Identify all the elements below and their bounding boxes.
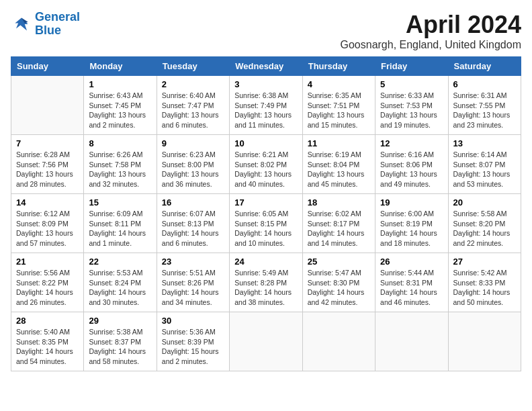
day-info: Sunrise: 6:21 AM Sunset: 8:02 PM Dayligh… [234, 150, 297, 189]
calendar-cell: 6Sunrise: 6:31 AM Sunset: 7:55 PM Daylig… [448, 76, 521, 135]
calendar-cell: 5Sunrise: 6:33 AM Sunset: 7:53 PM Daylig… [375, 76, 448, 135]
calendar-cell: 12Sunrise: 6:16 AM Sunset: 8:06 PM Dayli… [375, 135, 448, 194]
day-info: Sunrise: 6:40 AM Sunset: 7:47 PM Dayligh… [162, 91, 224, 130]
day-info: Sunrise: 6:02 AM Sunset: 8:17 PM Dayligh… [308, 209, 370, 248]
day-number: 15 [89, 197, 151, 208]
day-number: 28 [16, 316, 79, 326]
calendar-cell: 8Sunrise: 6:26 AM Sunset: 7:58 PM Daylig… [84, 135, 157, 194]
day-number: 21 [16, 257, 79, 267]
calendar-cell: 16Sunrise: 6:07 AM Sunset: 8:13 PM Dayli… [157, 194, 229, 253]
day-info: Sunrise: 5:44 AM Sunset: 8:31 PM Dayligh… [380, 268, 443, 308]
day-info: Sunrise: 6:05 AM Sunset: 8:15 PM Dayligh… [234, 209, 297, 248]
calendar-cell: 23Sunrise: 5:51 AM Sunset: 8:26 PM Dayli… [157, 253, 229, 312]
day-info: Sunrise: 6:35 AM Sunset: 7:51 PM Dayligh… [308, 91, 370, 130]
calendar-cell: 14Sunrise: 6:12 AM Sunset: 8:09 PM Dayli… [11, 194, 84, 253]
day-info: Sunrise: 6:07 AM Sunset: 8:13 PM Dayligh… [162, 209, 224, 248]
calendar-cell: 24Sunrise: 5:49 AM Sunset: 8:28 PM Dayli… [230, 253, 302, 312]
day-number: 14 [16, 197, 79, 208]
day-info: Sunrise: 5:56 AM Sunset: 8:22 PM Dayligh… [16, 268, 79, 308]
calendar-cell: 9Sunrise: 6:23 AM Sunset: 8:00 PM Daylig… [157, 135, 229, 194]
logo-text: General Blue [35, 11, 80, 38]
day-number: 25 [308, 257, 370, 267]
weekday-header-wednesday: Wednesday [230, 57, 302, 76]
page-header: General Blue April 2024 Goosnargh, Engla… [11, 11, 521, 51]
calendar-table: SundayMondayTuesdayWednesdayThursdayFrid… [11, 56, 521, 371]
day-info: Sunrise: 5:51 AM Sunset: 8:26 PM Dayligh… [162, 268, 224, 308]
day-number: 3 [234, 79, 297, 89]
weekday-header-monday: Monday [84, 57, 157, 76]
weekday-header-sunday: Sunday [11, 57, 84, 76]
day-info: Sunrise: 6:33 AM Sunset: 7:53 PM Dayligh… [380, 91, 443, 130]
calendar-cell: 22Sunrise: 5:53 AM Sunset: 8:24 PM Dayli… [84, 253, 157, 312]
day-number: 6 [453, 79, 516, 89]
calendar-cell: 18Sunrise: 6:02 AM Sunset: 8:17 PM Dayli… [302, 194, 375, 253]
calendar-week-4: 21Sunrise: 5:56 AM Sunset: 8:22 PM Dayli… [11, 253, 521, 312]
month-title: April 2024 [340, 11, 521, 39]
calendar-cell [11, 76, 84, 135]
calendar-cell: 10Sunrise: 6:21 AM Sunset: 8:02 PM Dayli… [230, 135, 302, 194]
calendar-cell: 21Sunrise: 5:56 AM Sunset: 8:22 PM Dayli… [11, 253, 84, 312]
svg-marker-0 [15, 17, 28, 30]
day-info: Sunrise: 6:14 AM Sunset: 8:07 PM Dayligh… [453, 150, 516, 189]
calendar-cell: 1Sunrise: 6:43 AM Sunset: 7:45 PM Daylig… [84, 76, 157, 135]
day-info: Sunrise: 6:38 AM Sunset: 7:49 PM Dayligh… [234, 91, 297, 130]
day-info: Sunrise: 5:36 AM Sunset: 8:39 PM Dayligh… [162, 327, 224, 367]
calendar-week-3: 14Sunrise: 6:12 AM Sunset: 8:09 PM Dayli… [11, 194, 521, 253]
day-number: 17 [234, 197, 297, 208]
day-info: Sunrise: 6:23 AM Sunset: 8:00 PM Dayligh… [162, 150, 224, 189]
day-info: Sunrise: 6:12 AM Sunset: 8:09 PM Dayligh… [16, 209, 79, 248]
calendar-cell [375, 312, 448, 371]
calendar-cell [230, 312, 302, 371]
day-info: Sunrise: 5:38 AM Sunset: 8:37 PM Dayligh… [89, 327, 151, 367]
calendar-cell: 2Sunrise: 6:40 AM Sunset: 7:47 PM Daylig… [157, 76, 229, 135]
day-info: Sunrise: 6:43 AM Sunset: 7:45 PM Dayligh… [89, 91, 151, 130]
day-number: 24 [234, 257, 297, 267]
day-info: Sunrise: 5:42 AM Sunset: 8:33 PM Dayligh… [453, 268, 516, 308]
calendar-week-5: 28Sunrise: 5:40 AM Sunset: 8:35 PM Dayli… [11, 312, 521, 371]
day-info: Sunrise: 6:31 AM Sunset: 7:55 PM Dayligh… [453, 91, 516, 130]
weekday-header-saturday: Saturday [448, 57, 521, 76]
logo: General Blue [11, 11, 80, 38]
day-info: Sunrise: 5:47 AM Sunset: 8:30 PM Dayligh… [308, 268, 370, 308]
day-number: 4 [308, 79, 370, 89]
day-info: Sunrise: 6:00 AM Sunset: 8:19 PM Dayligh… [380, 209, 443, 248]
calendar-cell: 30Sunrise: 5:36 AM Sunset: 8:39 PM Dayli… [157, 312, 229, 371]
calendar-header-row: SundayMondayTuesdayWednesdayThursdayFrid… [11, 57, 521, 76]
calendar-body: 1Sunrise: 6:43 AM Sunset: 7:45 PM Daylig… [11, 76, 521, 371]
day-number: 9 [162, 138, 224, 148]
day-number: 22 [89, 257, 151, 267]
day-number: 5 [380, 79, 443, 89]
location-subtitle: Goosnargh, England, United Kingdom [340, 39, 521, 51]
day-info: Sunrise: 6:26 AM Sunset: 7:58 PM Dayligh… [89, 150, 151, 189]
day-number: 7 [16, 138, 79, 148]
day-number: 27 [453, 257, 516, 267]
calendar-cell: 13Sunrise: 6:14 AM Sunset: 8:07 PM Dayli… [448, 135, 521, 194]
calendar-cell: 25Sunrise: 5:47 AM Sunset: 8:30 PM Dayli… [302, 253, 375, 312]
calendar-week-2: 7Sunrise: 6:28 AM Sunset: 7:56 PM Daylig… [11, 135, 521, 194]
day-number: 10 [234, 138, 297, 148]
day-number: 8 [89, 138, 151, 148]
calendar-cell: 11Sunrise: 6:19 AM Sunset: 8:04 PM Dayli… [302, 135, 375, 194]
weekday-header-tuesday: Tuesday [157, 57, 229, 76]
day-number: 13 [453, 138, 516, 148]
day-number: 12 [380, 138, 443, 148]
calendar-cell [302, 312, 375, 371]
day-info: Sunrise: 6:09 AM Sunset: 8:11 PM Dayligh… [89, 209, 151, 248]
day-number: 16 [162, 197, 224, 208]
day-info: Sunrise: 6:19 AM Sunset: 8:04 PM Dayligh… [308, 150, 370, 189]
calendar-cell: 17Sunrise: 6:05 AM Sunset: 8:15 PM Dayli… [230, 194, 302, 253]
calendar-week-1: 1Sunrise: 6:43 AM Sunset: 7:45 PM Daylig… [11, 76, 521, 135]
day-number: 11 [308, 138, 370, 148]
calendar-cell: 3Sunrise: 6:38 AM Sunset: 7:49 PM Daylig… [230, 76, 302, 135]
day-info: Sunrise: 6:16 AM Sunset: 8:06 PM Dayligh… [380, 150, 443, 189]
calendar-cell: 7Sunrise: 6:28 AM Sunset: 7:56 PM Daylig… [11, 135, 84, 194]
calendar-cell: 28Sunrise: 5:40 AM Sunset: 8:35 PM Dayli… [11, 312, 84, 371]
day-number: 19 [380, 197, 443, 208]
calendar-cell: 15Sunrise: 6:09 AM Sunset: 8:11 PM Dayli… [84, 194, 157, 253]
calendar-cell: 27Sunrise: 5:42 AM Sunset: 8:33 PM Dayli… [448, 253, 521, 312]
day-info: Sunrise: 6:28 AM Sunset: 7:56 PM Dayligh… [16, 150, 79, 189]
calendar-cell: 26Sunrise: 5:44 AM Sunset: 8:31 PM Dayli… [375, 253, 448, 312]
logo-bird-icon [11, 13, 32, 35]
day-number: 20 [453, 197, 516, 208]
day-number: 26 [380, 257, 443, 267]
